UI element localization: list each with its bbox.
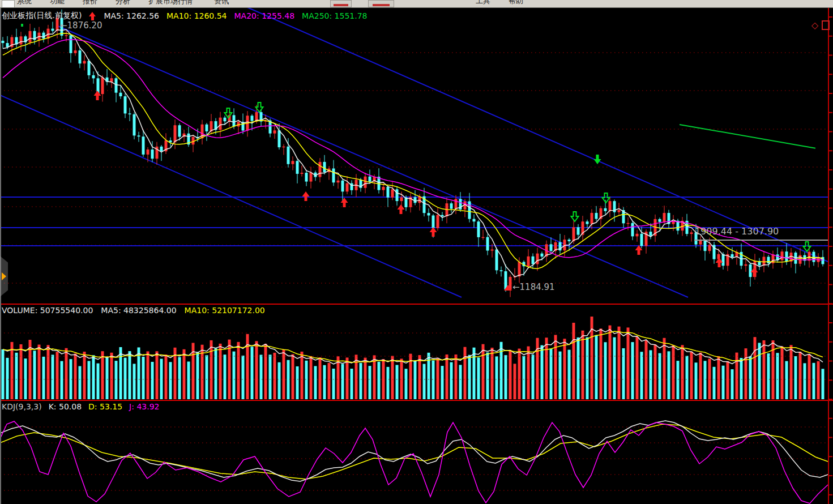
expand-triangle-icon <box>2 272 6 280</box>
ma250-value: MA250: 1551.78 <box>302 11 367 20</box>
main-pane-header: 创业板指(日线.前复权) MA5: 1262.56 MA10: 1260.54 … <box>2 11 368 21</box>
quote-button-1[interactable] <box>330 0 352 7</box>
kdj-label: KDJ(9,3,3) <box>2 402 42 411</box>
diamond-icon[interactable]: ◇ <box>811 22 818 29</box>
menu-item[interactable]: 系统 <box>17 0 32 6</box>
left-arrow-marker: ← <box>60 20 67 31</box>
ma20-value: MA20: 1255.48 <box>234 11 295 20</box>
up-arrow-icon <box>89 12 96 20</box>
trading-terminal: 系统功能报价分析扩展市场行情资讯工具帮助 创业板指(日线.前复权) MA5: 1… <box>0 0 833 504</box>
left-arrow-marker: ← <box>512 282 520 292</box>
quote-button-2[interactable] <box>368 0 394 7</box>
window-left-border <box>0 7 1 504</box>
pane-controls: ◇ <box>811 20 830 30</box>
menu-item[interactable]: 工具 <box>476 0 490 6</box>
volume-ma5-value: MA5: 48325864.00 <box>101 306 176 315</box>
chart-canvas[interactable] <box>0 0 833 504</box>
kdj-d-value: D: 53.15 <box>88 402 122 411</box>
menu-item[interactable]: 功能 <box>50 0 65 6</box>
ma5-value: MA5: 1262.56 <box>104 11 159 20</box>
kdj-j-value: J: 43.92 <box>129 402 159 411</box>
volume-ma10-value: MA10: 52107172.00 <box>185 306 265 315</box>
kdj-k-value: K: 50.08 <box>49 402 82 411</box>
menu-item[interactable]: 分析 <box>116 0 130 6</box>
ma10-value: MA10: 1260.54 <box>166 11 227 20</box>
volume-value: VOLUME: 50755540.00 <box>2 306 93 315</box>
menu-item[interactable]: 帮助 <box>509 0 523 6</box>
menu-item[interactable]: 资讯 <box>214 0 229 6</box>
low-price-label: ←1184.91 <box>512 282 555 292</box>
menu-item[interactable]: 扩展市场行情 <box>148 0 193 6</box>
window-icon[interactable] <box>2 0 15 8</box>
range-label: 1909.44 - 1307.90 <box>695 226 779 237</box>
high-price-label: ←1876.20 <box>60 20 102 31</box>
red-text-fragment <box>373 4 390 6</box>
volume-pane-header: VOLUME: 50755540.00 MA5: 48325864.00 MA1… <box>2 306 265 315</box>
symbol-title: 创业板指(日线.前复权) <box>2 11 82 21</box>
menubar: 系统功能报价分析扩展市场行情资讯工具帮助 <box>0 0 833 8</box>
sidebar-expand-handle[interactable] <box>0 256 8 297</box>
maximize-pane-icon[interactable] <box>822 20 830 30</box>
menu-item[interactable]: 报价 <box>83 0 97 6</box>
kdj-pane-header: KDJ(9,3,3) K: 50.08 D: 53.15 J: 43.92 <box>2 402 159 411</box>
red-text-fragment <box>334 4 348 6</box>
